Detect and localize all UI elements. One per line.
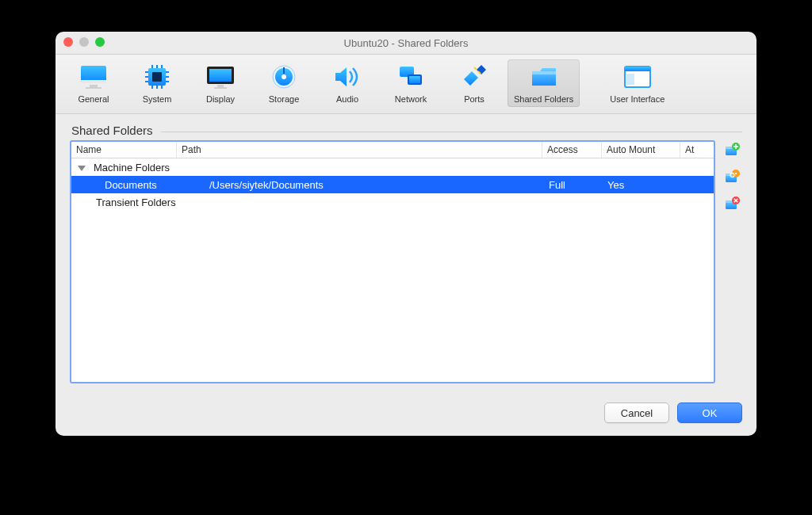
monitor-icon bbox=[78, 63, 109, 91]
settings-window: Ubuntu20 - Shared Folders General System… bbox=[56, 32, 756, 436]
tab-label: Audio bbox=[336, 94, 358, 104]
disclosure-triangle-icon[interactable] bbox=[78, 166, 86, 171]
button-label: Cancel bbox=[621, 407, 653, 419]
tab-display[interactable]: Display bbox=[190, 59, 251, 107]
tab-system[interactable]: System bbox=[127, 59, 187, 107]
svg-rect-20 bbox=[217, 85, 224, 87]
svg-point-24 bbox=[282, 74, 286, 79]
tab-general[interactable]: General bbox=[63, 59, 124, 107]
ok-button[interactable]: OK bbox=[677, 402, 742, 423]
tab-label: Storage bbox=[269, 94, 300, 104]
section-title: Shared Folders bbox=[71, 124, 153, 137]
svg-rect-25 bbox=[283, 67, 285, 74]
add-share-button[interactable] bbox=[723, 142, 741, 159]
tab-label: System bbox=[143, 94, 172, 104]
cell-path: /Users/siytek/Documents bbox=[205, 179, 544, 191]
tab-user-interface[interactable]: User Interface bbox=[603, 59, 671, 107]
button-label: OK bbox=[703, 407, 718, 419]
window-layout-icon bbox=[622, 63, 653, 91]
minimize-window-button[interactable] bbox=[79, 37, 89, 47]
table-side-buttons bbox=[723, 140, 742, 383]
col-access[interactable]: Access bbox=[542, 142, 602, 158]
tab-label: Shared Folders bbox=[514, 94, 573, 104]
cell-auto-mount: Yes bbox=[603, 179, 680, 191]
col-at[interactable]: At bbox=[680, 142, 714, 158]
col-path[interactable]: Path bbox=[177, 142, 542, 158]
window-controls bbox=[63, 37, 105, 47]
window-title: Ubuntu20 - Shared Folders bbox=[344, 37, 469, 49]
table-group-transient-folders[interactable]: Transient Folders bbox=[71, 193, 714, 211]
network-icon bbox=[395, 63, 427, 91]
svg-point-41 bbox=[735, 173, 737, 174]
table-row[interactable]: Documents /Users/siytek/Documents Full Y… bbox=[71, 176, 714, 193]
table-body: Machine Folders Documents /Users/siytek/… bbox=[71, 158, 714, 382]
zoom-window-button[interactable] bbox=[95, 37, 105, 47]
remove-share-button[interactable] bbox=[723, 196, 741, 213]
svg-rect-1 bbox=[81, 80, 106, 83]
display-icon bbox=[205, 63, 236, 91]
titlebar: Ubuntu20 - Shared Folders bbox=[56, 32, 756, 55]
edit-share-button[interactable] bbox=[723, 169, 741, 186]
tab-shared-folders[interactable]: Shared Folders bbox=[508, 59, 580, 107]
tab-network[interactable]: Network bbox=[381, 59, 441, 107]
tab-ports[interactable]: Ports bbox=[444, 59, 504, 107]
cancel-button[interactable]: Cancel bbox=[604, 402, 669, 423]
tab-label: General bbox=[78, 94, 109, 104]
svg-rect-5 bbox=[152, 72, 162, 82]
settings-toolbar: General System Display Storage bbox=[56, 55, 756, 114]
table-header: Name Path Access Auto Mount At bbox=[71, 142, 714, 158]
tab-label: Ports bbox=[464, 94, 485, 104]
svg-rect-28 bbox=[409, 76, 420, 83]
svg-rect-34 bbox=[626, 74, 634, 85]
chip-icon bbox=[141, 63, 173, 91]
ports-icon bbox=[458, 63, 490, 91]
tab-label: User Interface bbox=[610, 94, 665, 104]
svg-line-29 bbox=[474, 67, 477, 70]
tab-label: Network bbox=[395, 94, 427, 104]
shared-folder-icon bbox=[528, 63, 560, 91]
table-group-machine-folders[interactable]: Machine Folders bbox=[71, 158, 714, 176]
shared-folders-table[interactable]: Name Path Access Auto Mount At Machine F… bbox=[70, 140, 715, 383]
tab-audio[interactable]: Audio bbox=[317, 59, 377, 107]
group-label: Machine Folders bbox=[94, 162, 170, 174]
tab-storage[interactable]: Storage bbox=[254, 59, 314, 107]
close-window-button[interactable] bbox=[63, 37, 73, 47]
speaker-icon bbox=[331, 63, 363, 91]
cell-name: Documents bbox=[71, 179, 205, 191]
disk-icon bbox=[268, 63, 300, 91]
col-auto-mount[interactable]: Auto Mount bbox=[602, 142, 680, 158]
cell-access: Full bbox=[544, 179, 603, 191]
dialog-footer: Cancel OK bbox=[56, 391, 756, 436]
col-name[interactable]: Name bbox=[71, 142, 177, 158]
svg-rect-19 bbox=[209, 69, 232, 82]
svg-rect-33 bbox=[625, 67, 650, 71]
group-label: Transient Folders bbox=[96, 196, 176, 208]
svg-rect-21 bbox=[214, 87, 227, 89]
tab-label: Display bbox=[206, 94, 235, 104]
svg-rect-3 bbox=[86, 87, 102, 89]
svg-rect-31 bbox=[532, 71, 556, 74]
svg-rect-2 bbox=[90, 85, 98, 87]
content-area: Shared Folders Name Path Access Auto Mou… bbox=[56, 114, 756, 391]
